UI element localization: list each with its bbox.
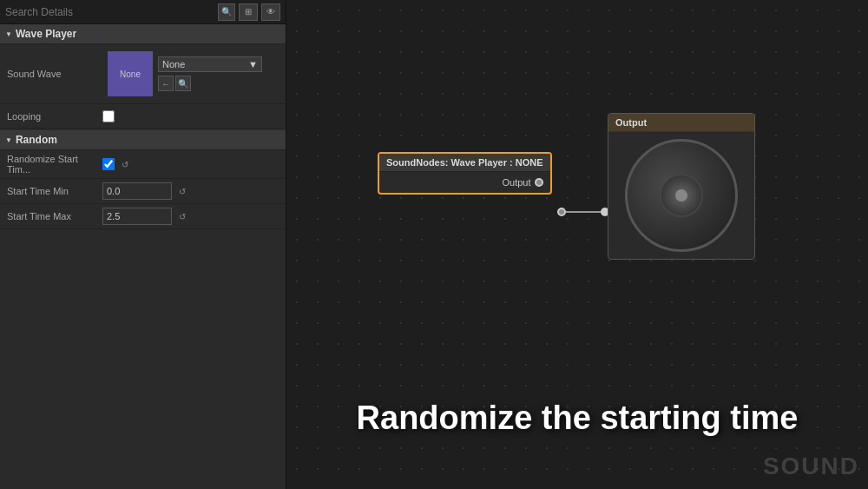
start-time-max-row: Start Time Max ↺ (0, 204, 286, 229)
search-bar: 🔍 ⊞ 👁 (0, 0, 286, 24)
eye-button[interactable]: 👁 (261, 3, 280, 21)
start-time-max-label: Start Time Max (7, 211, 102, 221)
overlay-text: Randomize the starting time (286, 400, 868, 437)
sound-wave-actions: ← 🔍 (158, 76, 262, 91)
looping-value (102, 110, 279, 122)
section-collapse-icon: ▼ (5, 30, 12, 38)
sound-wave-label: Sound Wave (7, 69, 102, 79)
output-node-title: Output (615, 117, 647, 128)
grid-view-button[interactable]: ⊞ (239, 3, 258, 21)
randomize-checkbox[interactable] (102, 158, 115, 170)
start-time-min-row: Start Time Min ↺ (0, 179, 286, 204)
connection-line (557, 211, 609, 213)
speaker-icon (625, 139, 738, 252)
dropdown-value: None (162, 59, 185, 69)
watermark: SOUND (763, 453, 859, 480)
randomize-reset-button[interactable]: ↺ (118, 157, 132, 171)
start-time-min-reset[interactable]: ↺ (175, 184, 189, 198)
looping-row: Looping (0, 104, 286, 129)
sound-wave-row: Sound Wave None None ▼ ← 🔍 (0, 44, 286, 104)
sound-wave-controls: None ▼ ← 🔍 (158, 56, 262, 91)
wave-player-section-label: Wave Player (16, 28, 76, 40)
wave-player-node-header: SoundNodes: Wave Player : NONE (379, 154, 550, 172)
none-label: None (120, 69, 141, 79)
randomize-start-time-label: Randomize Start Tim... (7, 154, 102, 175)
canvas-area[interactable]: SoundNodes: Wave Player : NONE Output Ou… (286, 0, 868, 489)
randomize-start-time-row: Randomize Start Tim... ↺ (0, 150, 286, 179)
sound-wave-dropdown[interactable]: None ▼ (158, 56, 262, 72)
back-button[interactable]: ← (158, 76, 174, 91)
conn-pin-left (557, 208, 566, 216)
start-time-max-input[interactable] (102, 208, 172, 225)
random-section-header[interactable]: ▼ Random (0, 130, 286, 150)
start-time-min-label: Start Time Min (7, 186, 102, 196)
dropdown-arrow-icon: ▼ (248, 59, 258, 69)
start-time-min-input[interactable] (102, 182, 172, 200)
random-section-label: Random (16, 134, 57, 146)
start-time-max-reset[interactable]: ↺ (175, 209, 189, 223)
speaker-inner (660, 174, 703, 217)
looping-label: Looping (7, 111, 102, 122)
output-node-body (608, 132, 754, 259)
output-pin[interactable] (535, 178, 543, 187)
search-input[interactable] (5, 6, 214, 18)
output-pin-label: Output (503, 177, 531, 188)
start-time-min-value: ↺ (102, 182, 279, 200)
wave-player-node-title: SoundNodes: Wave Player : NONE (386, 157, 543, 168)
looping-checkbox[interactable] (102, 110, 115, 122)
random-collapse-icon: ▼ (5, 136, 12, 144)
search-asset-button[interactable]: 🔍 (175, 76, 191, 91)
randomize-start-time-value: ↺ (102, 157, 279, 171)
output-node-header: Output (608, 114, 754, 132)
speaker-dot (675, 189, 687, 202)
search-button[interactable]: 🔍 (218, 3, 235, 21)
details-panel: 🔍 ⊞ 👁 ▼ Wave Player Sound Wave None None… (0, 0, 286, 489)
overlay-text-content: Randomize the starting time (357, 400, 799, 436)
conn-line-svg (566, 211, 601, 213)
output-node[interactable]: Output (608, 113, 755, 260)
start-time-max-value: ↺ (102, 208, 279, 225)
sound-wave-thumbnail: None (108, 51, 153, 96)
wave-player-section-header[interactable]: ▼ Wave Player (0, 24, 286, 44)
wave-player-node-body: Output (379, 172, 550, 193)
wave-player-node[interactable]: SoundNodes: Wave Player : NONE Output (378, 152, 552, 195)
